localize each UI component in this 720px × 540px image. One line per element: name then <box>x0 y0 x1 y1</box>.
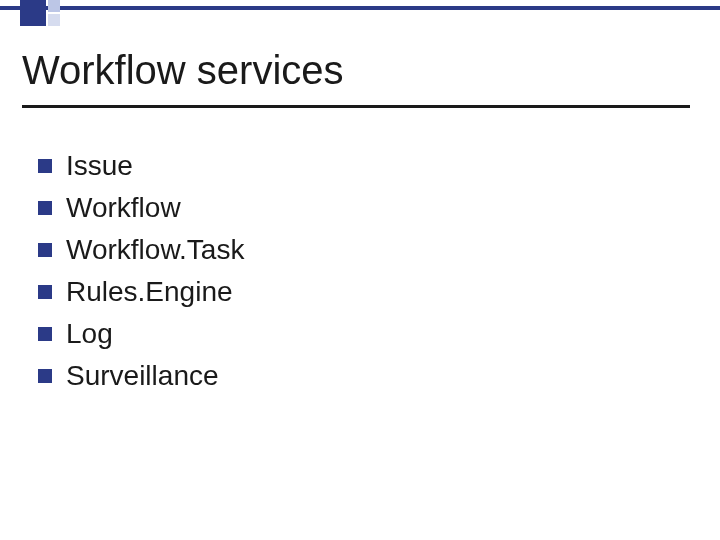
list-item: Workflow <box>38 192 244 224</box>
title-area: Workflow services <box>22 48 690 108</box>
square-bullet-icon <box>38 201 52 215</box>
list-item-label: Workflow.Task <box>66 234 244 266</box>
list-item-label: Rules.Engine <box>66 276 233 308</box>
list-item-label: Surveillance <box>66 360 219 392</box>
square-bullet-icon <box>38 243 52 257</box>
header-line <box>0 6 720 10</box>
bullet-list: Issue Workflow Workflow.Task Rules.Engin… <box>38 150 244 402</box>
list-item-label: Log <box>66 318 113 350</box>
list-item: Issue <box>38 150 244 182</box>
list-item: Log <box>38 318 244 350</box>
square-bullet-icon <box>38 327 52 341</box>
title-underline <box>22 105 690 108</box>
square-bullet-icon <box>38 369 52 383</box>
square-bullet-icon <box>38 285 52 299</box>
header-square-small-bottom <box>48 14 60 26</box>
square-bullet-icon <box>38 159 52 173</box>
list-item: Rules.Engine <box>38 276 244 308</box>
header-square-large <box>20 0 46 26</box>
list-item: Surveillance <box>38 360 244 392</box>
header-square-small-top <box>48 0 60 12</box>
slide-header-decoration <box>0 0 720 32</box>
list-item: Workflow.Task <box>38 234 244 266</box>
slide-title: Workflow services <box>22 48 690 103</box>
list-item-label: Issue <box>66 150 133 182</box>
list-item-label: Workflow <box>66 192 181 224</box>
